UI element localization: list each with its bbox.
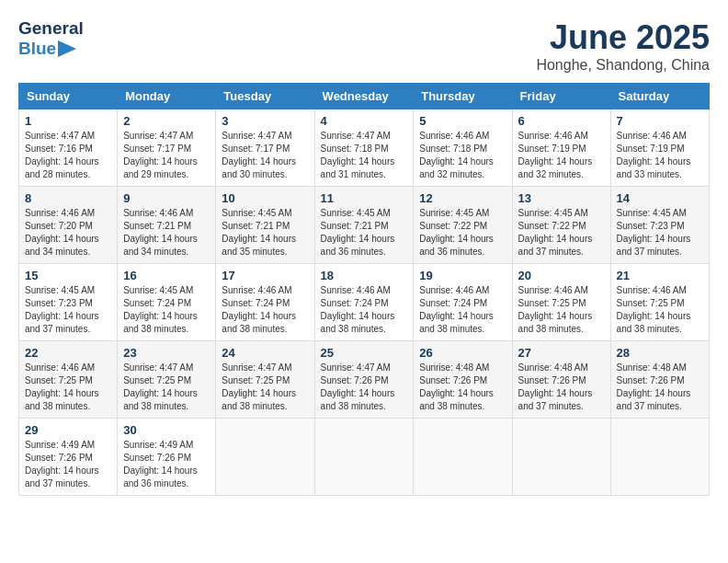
month-title: June 2025 [536, 18, 710, 57]
day-20: 20 Sunrise: 4:46 AMSunset: 7:25 PMDaylig… [512, 264, 610, 341]
day-18: 18 Sunrise: 4:46 AMSunset: 7:24 PMDaylig… [314, 264, 414, 341]
day-23: 23 Sunrise: 4:47 AMSunset: 7:25 PMDaylig… [118, 341, 216, 419]
day-12: 12 Sunrise: 4:45 AMSunset: 7:22 PMDaylig… [414, 187, 512, 264]
logo-blue-text: Blue [18, 39, 56, 59]
day-25: 25 Sunrise: 4:47 AMSunset: 7:26 PMDaylig… [314, 341, 414, 419]
day-17: 17 Sunrise: 4:46 AMSunset: 7:24 PMDaylig… [216, 264, 314, 341]
day-16: 16 Sunrise: 4:45 AMSunset: 7:24 PMDaylig… [118, 264, 216, 341]
day-3: 3 Sunrise: 4:47 AMSunset: 7:17 PMDayligh… [216, 109, 314, 187]
day-13: 13 Sunrise: 4:45 AMSunset: 7:22 PMDaylig… [512, 187, 610, 264]
day-22: 22 Sunrise: 4:46 AMSunset: 7:25 PMDaylig… [19, 341, 118, 419]
empty-cell-4 [512, 419, 610, 496]
day-28: 28 Sunrise: 4:48 AMSunset: 7:26 PMDaylig… [610, 341, 709, 419]
calendar-table: Sunday Monday Tuesday Wednesday Thursday… [18, 83, 710, 496]
day-5: 5 Sunrise: 4:46 AMSunset: 7:18 PMDayligh… [414, 109, 512, 187]
day-9: 9 Sunrise: 4:46 AMSunset: 7:21 PMDayligh… [118, 187, 216, 264]
day-7: 7 Sunrise: 4:46 AMSunset: 7:19 PMDayligh… [610, 109, 709, 187]
calendar-week-2: 8 Sunrise: 4:46 AMSunset: 7:20 PMDayligh… [19, 187, 710, 264]
col-friday: Friday [512, 84, 610, 109]
day-6: 6 Sunrise: 4:46 AMSunset: 7:19 PMDayligh… [512, 109, 610, 187]
empty-cell-1 [216, 419, 314, 496]
title-area: June 2025 Honghe, Shandong, China [536, 18, 710, 74]
col-tuesday: Tuesday [216, 84, 314, 109]
day-24: 24 Sunrise: 4:47 AMSunset: 7:25 PMDaylig… [216, 341, 314, 419]
day-19: 19 Sunrise: 4:46 AMSunset: 7:24 PMDaylig… [414, 264, 512, 341]
logo-general-text: General [18, 18, 84, 39]
empty-cell-2 [314, 419, 414, 496]
day-4: 4 Sunrise: 4:47 AMSunset: 7:18 PMDayligh… [314, 109, 414, 187]
col-thursday: Thursday [414, 84, 512, 109]
day-30: 30 Sunrise: 4:49 AMSunset: 7:26 PMDaylig… [118, 419, 216, 496]
day-21: 21 Sunrise: 4:46 AMSunset: 7:25 PMDaylig… [610, 264, 709, 341]
logo: General Blue [18, 18, 84, 59]
day-10: 10 Sunrise: 4:45 AMSunset: 7:21 PMDaylig… [216, 187, 314, 264]
day-26: 26 Sunrise: 4:48 AMSunset: 7:26 PMDaylig… [414, 341, 512, 419]
day-11: 11 Sunrise: 4:45 AMSunset: 7:21 PMDaylig… [314, 187, 414, 264]
col-monday: Monday [118, 84, 216, 109]
empty-cell-3 [414, 419, 512, 496]
col-wednesday: Wednesday [314, 84, 414, 109]
col-saturday: Saturday [610, 84, 709, 109]
col-sunday: Sunday [19, 84, 118, 109]
day-29: 29 Sunrise: 4:49 AMSunset: 7:26 PMDaylig… [19, 419, 118, 496]
calendar-week-1: 1 Sunrise: 4:47 AMSunset: 7:16 PMDayligh… [19, 109, 710, 187]
day-2: 2 Sunrise: 4:47 AMSunset: 7:17 PMDayligh… [118, 109, 216, 187]
calendar-header-row: Sunday Monday Tuesday Wednesday Thursday… [19, 84, 710, 109]
header: General Blue June 2025 Honghe, Shandong,… [18, 18, 710, 74]
calendar-week-4: 22 Sunrise: 4:46 AMSunset: 7:25 PMDaylig… [19, 341, 710, 419]
location-title: Honghe, Shandong, China [536, 57, 710, 74]
logo-arrow-icon [58, 40, 76, 57]
svg-marker-0 [58, 40, 76, 57]
empty-cell-5 [610, 419, 709, 496]
day-1: 1 Sunrise: 4:47 AMSunset: 7:16 PMDayligh… [19, 109, 118, 187]
calendar-week-3: 15 Sunrise: 4:45 AMSunset: 7:23 PMDaylig… [19, 264, 710, 341]
day-27: 27 Sunrise: 4:48 AMSunset: 7:26 PMDaylig… [512, 341, 610, 419]
day-15: 15 Sunrise: 4:45 AMSunset: 7:23 PMDaylig… [19, 264, 118, 341]
calendar-week-5: 29 Sunrise: 4:49 AMSunset: 7:26 PMDaylig… [19, 419, 710, 496]
day-14: 14 Sunrise: 4:45 AMSunset: 7:23 PMDaylig… [610, 187, 709, 264]
day-8: 8 Sunrise: 4:46 AMSunset: 7:20 PMDayligh… [19, 187, 118, 264]
